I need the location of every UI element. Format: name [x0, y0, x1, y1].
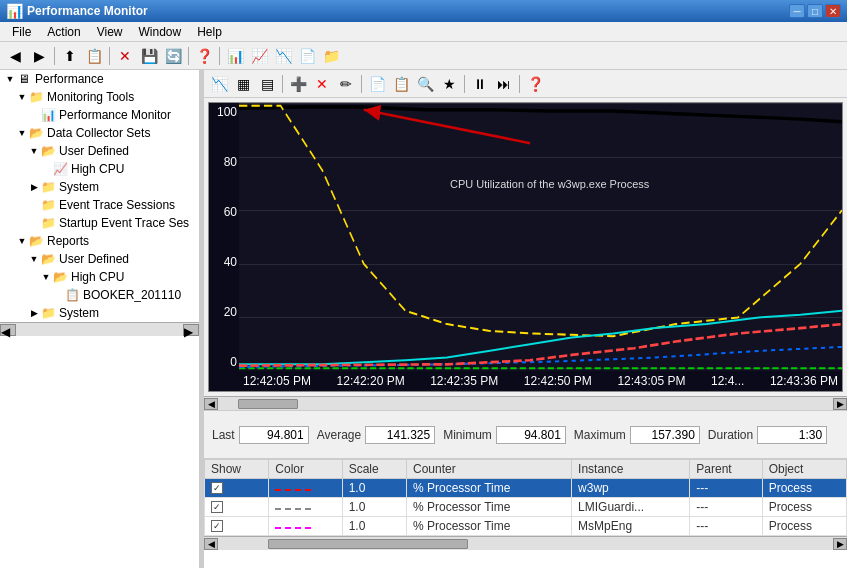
tb-report1[interactable]: 📊 — [224, 45, 246, 67]
sidebar-item-high-cpu1[interactable]: 📈 High CPU — [0, 160, 199, 178]
tb-highlight[interactable]: ★ — [438, 73, 460, 95]
hscroll-right[interactable]: ▶ — [183, 324, 199, 336]
counter-table-header: Show Color Scale Counter Instance Parent… — [205, 460, 847, 479]
expand-sys1[interactable]: ▶ — [28, 182, 40, 192]
sidebar-item-user-defined2[interactable]: ▼ 📂 User Defined — [0, 250, 199, 268]
sidebar-item-performance[interactable]: ▼ 🖥 Performance — [0, 70, 199, 88]
expand-ud1[interactable]: ▼ — [28, 146, 40, 156]
td-show[interactable] — [205, 517, 269, 536]
tb-delete[interactable]: ✕ — [114, 45, 136, 67]
sidebar-item-user-defined1[interactable]: ▼ 📂 User Defined — [0, 142, 199, 160]
tb-report3[interactable]: 📉 — [272, 45, 294, 67]
chart-scroll-track[interactable] — [218, 399, 833, 409]
tb-view2[interactable]: ▤ — [256, 73, 278, 95]
menu-action[interactable]: Action — [39, 23, 88, 41]
sidebar-item-high-cpu2[interactable]: ▼ 📂 High CPU — [0, 268, 199, 286]
menu-file[interactable]: File — [4, 23, 39, 41]
chart-scroll-right[interactable]: ▶ — [833, 398, 847, 410]
y-20: 20 — [224, 305, 237, 319]
tb-sep4 — [219, 47, 220, 65]
et-folder-icon: 📁 — [40, 197, 56, 213]
expand-dc[interactable]: ▼ — [16, 128, 28, 138]
tb-help-inner[interactable]: ❓ — [524, 73, 546, 95]
menu-view[interactable]: View — [89, 23, 131, 41]
minimize-button[interactable]: ─ — [789, 4, 805, 18]
expand-monitoring[interactable]: ▼ — [16, 92, 28, 102]
stat-last: Last 94.801 — [212, 426, 309, 444]
td-show[interactable] — [205, 479, 269, 498]
main-toolbar: ◀ ▶ ⬆ 📋 ✕ 💾 🔄 ❓ 📊 📈 📉 📄 📁 — [0, 42, 847, 70]
td-instance: MsMpEng — [572, 517, 690, 536]
expand-sys2[interactable]: ▶ — [28, 308, 40, 318]
min-value: 94.801 — [496, 426, 566, 444]
checkbox[interactable] — [211, 520, 223, 532]
tb-remove-counter[interactable]: ✕ — [311, 73, 333, 95]
sidebar-label-monitoring: Monitoring Tools — [47, 90, 134, 104]
table-scroll-thumb[interactable] — [268, 539, 468, 549]
tb-zoom-in[interactable]: 🔍 — [414, 73, 436, 95]
tb-report2[interactable]: 📈 — [248, 45, 270, 67]
sidebar-item-startup-trace[interactable]: 📁 Startup Event Trace Ses — [0, 214, 199, 232]
tb-view1[interactable]: ▦ — [232, 73, 254, 95]
td-show[interactable] — [205, 498, 269, 517]
table-scroll-left[interactable]: ◀ — [204, 538, 218, 550]
x-time2: 12:42:20 PM — [337, 374, 405, 388]
checkbox[interactable] — [211, 501, 223, 513]
expand-ud2[interactable]: ▼ — [28, 254, 40, 264]
table-row[interactable]: 1.0% Processor TimeMsMpEng---Process — [205, 517, 847, 536]
sidebar-item-event-trace[interactable]: 📁 Event Trace Sessions — [0, 196, 199, 214]
sidebar-item-perf-monitor[interactable]: 📊 Performance Monitor — [0, 106, 199, 124]
expand-performance[interactable]: ▼ — [4, 74, 16, 84]
menu-window[interactable]: Window — [131, 23, 190, 41]
td-parent: --- — [690, 498, 762, 517]
tb-edit[interactable]: ✏ — [335, 73, 357, 95]
table-row[interactable]: 1.0% Processor TimeLMIGuardi...---Proces… — [205, 498, 847, 517]
tb-forward[interactable]: ▶ — [28, 45, 50, 67]
title-bar: 📊 Performance Monitor ─ □ ✕ — [0, 0, 847, 22]
tb-sep1 — [54, 47, 55, 65]
tb-help[interactable]: ❓ — [193, 45, 215, 67]
chart-scroll-thumb[interactable] — [238, 399, 298, 409]
expand-rpt[interactable]: ▼ — [16, 236, 28, 246]
close-button[interactable]: ✕ — [825, 4, 841, 18]
chart-scroll-left[interactable]: ◀ — [204, 398, 218, 410]
tb-line-chart[interactable]: 📉 — [208, 73, 230, 95]
sidebar: ▼ 🖥 Performance ▼ 📁 Monitoring Tools 📊 P… — [0, 70, 200, 568]
table-hscroll[interactable]: ◀ ▶ — [204, 536, 847, 550]
tb-next[interactable]: ⏭ — [493, 73, 515, 95]
expand-hc2[interactable]: ▼ — [40, 272, 52, 282]
tb-paste-counters[interactable]: 📋 — [390, 73, 412, 95]
x-time3: 12:42:35 PM — [430, 374, 498, 388]
table-scroll-track[interactable] — [218, 539, 833, 549]
sidebar-item-reports[interactable]: ▼ 📂 Reports — [0, 232, 199, 250]
sidebar-item-data-collector[interactable]: ▼ 📂 Data Collector Sets — [0, 124, 199, 142]
td-counter: % Processor Time — [407, 517, 572, 536]
tb-report4[interactable]: 📄 — [296, 45, 318, 67]
tb-copy-counters[interactable]: 📄 — [366, 73, 388, 95]
color-swatch — [275, 508, 311, 511]
tb-freeze[interactable]: ⏸ — [469, 73, 491, 95]
tb-add-counter[interactable]: ➕ — [287, 73, 309, 95]
tb-report5[interactable]: 📁 — [320, 45, 342, 67]
sidebar-hscroll[interactable]: ◀ ▶ — [0, 322, 199, 336]
avg-label: Average — [317, 428, 361, 442]
sidebar-item-monitoring-tools[interactable]: ▼ 📁 Monitoring Tools — [0, 88, 199, 106]
table-row[interactable]: 1.0% Processor Timew3wp---Process — [205, 479, 847, 498]
tb-up[interactable]: ⬆ — [59, 45, 81, 67]
chart-hscroll[interactable]: ◀ ▶ — [204, 396, 847, 410]
menu-help[interactable]: Help — [189, 23, 230, 41]
inner-sep2 — [361, 75, 362, 93]
maximize-button[interactable]: □ — [807, 4, 823, 18]
sidebar-item-booker[interactable]: 📋 BOOKER_201110 — [0, 286, 199, 304]
hscroll-track[interactable] — [16, 325, 183, 335]
sidebar-item-system1[interactable]: ▶ 📁 System — [0, 178, 199, 196]
tb-export[interactable]: 💾 — [138, 45, 160, 67]
sidebar-label-ud1: User Defined — [59, 144, 129, 158]
tb-show-hide[interactable]: 📋 — [83, 45, 105, 67]
sidebar-item-system2[interactable]: ▶ 📁 System — [0, 304, 199, 322]
checkbox[interactable] — [211, 482, 223, 494]
table-scroll-right[interactable]: ▶ — [833, 538, 847, 550]
tb-back[interactable]: ◀ — [4, 45, 26, 67]
hscroll-left[interactable]: ◀ — [0, 324, 16, 336]
tb-refresh[interactable]: 🔄 — [162, 45, 184, 67]
